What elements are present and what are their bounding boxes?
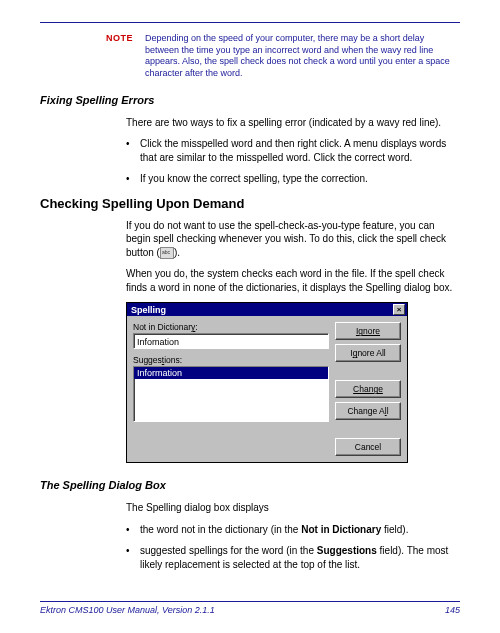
button-gap bbox=[335, 366, 401, 376]
change-button[interactable]: Change bbox=[335, 380, 401, 398]
dialog-body: Not in Dictionary: Infomation Suggestion… bbox=[127, 316, 407, 462]
heading-check-on-demand: Checking Spelling Upon Demand bbox=[40, 196, 460, 211]
footer-line: Ektron CMS100 User Manual, Version 2.1.1… bbox=[40, 605, 460, 615]
note-label: NOTE bbox=[106, 33, 133, 80]
para-demand-2: When you do, the system checks each word… bbox=[126, 267, 460, 294]
suggestion-item-selected[interactable]: Information bbox=[134, 367, 328, 379]
text: ). bbox=[174, 247, 180, 258]
not-in-dictionary-input[interactable]: Infomation bbox=[133, 333, 329, 349]
note-text: Depending on the speed of your computer,… bbox=[145, 33, 460, 80]
list-item: the word not in the dictionary (in the N… bbox=[126, 523, 460, 537]
heading-spelling-dialog-box: The Spelling Dialog Box bbox=[40, 479, 460, 491]
suggestions-label: Suggestions: bbox=[133, 355, 329, 365]
spelling-dialog: Spelling × Not in Dictionary: Infomation… bbox=[126, 302, 408, 463]
para-demand-1: If you do not want to use the spell-chec… bbox=[126, 219, 460, 260]
page-footer: Ektron CMS100 User Manual, Version 2.1.1… bbox=[40, 601, 460, 615]
para-dialog-displays: The Spelling dialog box displays bbox=[126, 501, 460, 515]
top-rule bbox=[40, 22, 460, 23]
footer-rule bbox=[40, 601, 460, 602]
list-item: Click the misspelled word and then right… bbox=[126, 137, 460, 164]
list-item: suggested spellings for the word (in the… bbox=[126, 544, 460, 571]
ignore-all-button[interactable]: Ignore All bbox=[335, 344, 401, 362]
dialog-left: Not in Dictionary: Infomation Suggestion… bbox=[133, 322, 329, 456]
not-in-dictionary-label: Not in Dictionary: bbox=[133, 322, 329, 332]
button-gap bbox=[335, 424, 401, 434]
dialog-buttons: Ignore Ignore All Change Change All Canc… bbox=[335, 322, 401, 456]
list-item: If you know the correct spelling, type t… bbox=[126, 172, 460, 186]
cancel-button[interactable]: Cancel bbox=[335, 438, 401, 456]
suggestions-listbox[interactable]: Information bbox=[133, 366, 329, 422]
dialog-titlebar: Spelling × bbox=[127, 303, 407, 316]
list-fixing: Click the misspelled word and then right… bbox=[126, 137, 460, 186]
page-number: 145 bbox=[445, 605, 460, 615]
dialog-title: Spelling bbox=[131, 305, 166, 315]
footer-left: Ektron CMS100 User Manual, Version 2.1.1 bbox=[40, 605, 215, 615]
ignore-button[interactable]: Ignore bbox=[335, 322, 401, 340]
para-fixing-intro: There are two ways to fix a spelling err… bbox=[126, 116, 460, 130]
note-block: NOTE Depending on the speed of your comp… bbox=[106, 33, 460, 80]
spellcheck-icon bbox=[160, 247, 174, 259]
change-all-button[interactable]: Change All bbox=[335, 402, 401, 420]
close-icon[interactable]: × bbox=[393, 304, 405, 315]
heading-fixing-errors: Fixing Spelling Errors bbox=[40, 94, 460, 106]
list-dialog-displays: the word not in the dictionary (in the N… bbox=[126, 523, 460, 572]
